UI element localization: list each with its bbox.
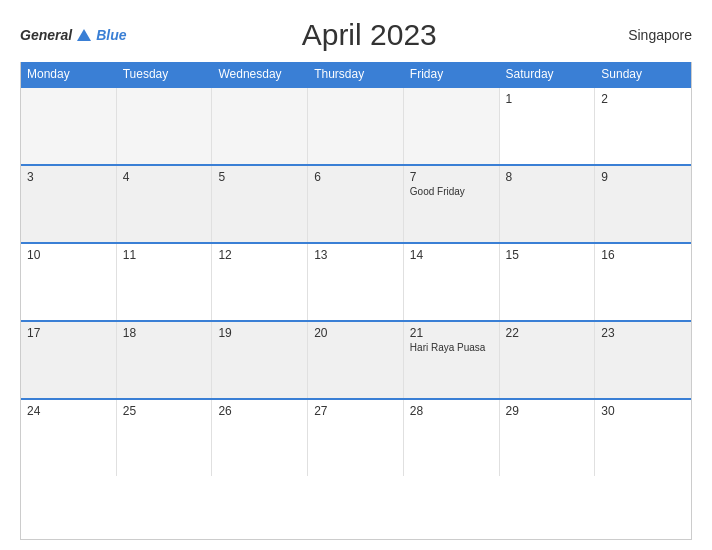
day-number: 8 — [506, 170, 589, 184]
day-number: 6 — [314, 170, 397, 184]
day-cell: 21Hari Raya Puasa — [404, 322, 500, 398]
day-number: 20 — [314, 326, 397, 340]
day-number: 10 — [27, 248, 110, 262]
day-number: 21 — [410, 326, 493, 340]
day-cell: 27 — [308, 400, 404, 476]
holiday-name: Good Friday — [410, 186, 493, 197]
day-number: 7 — [410, 170, 493, 184]
day-cell: 28 — [404, 400, 500, 476]
day-cell: 26 — [212, 400, 308, 476]
days-header: MondayTuesdayWednesdayThursdayFridaySatu… — [21, 62, 691, 86]
day-cell: 10 — [21, 244, 117, 320]
week-row: 10111213141516 — [21, 242, 691, 320]
day-cell: 11 — [117, 244, 213, 320]
day-header-cell: Monday — [21, 62, 117, 86]
day-cell: 17 — [21, 322, 117, 398]
day-cell: 6 — [308, 166, 404, 242]
day-cell: 30 — [595, 400, 691, 476]
week-row: 24252627282930 — [21, 398, 691, 476]
day-cell: 19 — [212, 322, 308, 398]
day-cell: 5 — [212, 166, 308, 242]
day-cell: 22 — [500, 322, 596, 398]
day-cell: 7Good Friday — [404, 166, 500, 242]
day-number: 19 — [218, 326, 301, 340]
day-number: 2 — [601, 92, 685, 106]
day-header-cell: Tuesday — [117, 62, 213, 86]
day-number: 16 — [601, 248, 685, 262]
day-number: 24 — [27, 404, 110, 418]
day-number: 18 — [123, 326, 206, 340]
day-number: 4 — [123, 170, 206, 184]
day-number: 14 — [410, 248, 493, 262]
day-number: 26 — [218, 404, 301, 418]
day-number: 15 — [506, 248, 589, 262]
logo: General Blue — [20, 27, 126, 43]
day-number: 30 — [601, 404, 685, 418]
day-cell: 13 — [308, 244, 404, 320]
region-label: Singapore — [612, 27, 692, 43]
calendar-body: 1234567Good Friday8910111213141516171819… — [21, 86, 691, 476]
day-number: 17 — [27, 326, 110, 340]
day-cell: 29 — [500, 400, 596, 476]
day-cell: 16 — [595, 244, 691, 320]
logo-blue-text: Blue — [96, 27, 126, 43]
day-cell: 18 — [117, 322, 213, 398]
day-cell: 4 — [117, 166, 213, 242]
day-cell: 3 — [21, 166, 117, 242]
day-cell — [308, 88, 404, 164]
week-row: 1718192021Hari Raya Puasa2223 — [21, 320, 691, 398]
day-header-cell: Sunday — [595, 62, 691, 86]
day-cell: 24 — [21, 400, 117, 476]
week-row: 12 — [21, 86, 691, 164]
page-header: General Blue April 2023 Singapore — [20, 18, 692, 52]
calendar: MondayTuesdayWednesdayThursdayFridaySatu… — [20, 62, 692, 540]
day-cell: 20 — [308, 322, 404, 398]
day-cell: 14 — [404, 244, 500, 320]
day-number: 9 — [601, 170, 685, 184]
day-number: 11 — [123, 248, 206, 262]
day-number: 1 — [506, 92, 589, 106]
day-number: 25 — [123, 404, 206, 418]
day-cell: 15 — [500, 244, 596, 320]
page-title: April 2023 — [126, 18, 612, 52]
day-number: 5 — [218, 170, 301, 184]
holiday-name: Hari Raya Puasa — [410, 342, 493, 353]
day-cell: 12 — [212, 244, 308, 320]
day-number: 23 — [601, 326, 685, 340]
day-number: 13 — [314, 248, 397, 262]
day-cell — [117, 88, 213, 164]
day-cell: 8 — [500, 166, 596, 242]
day-number: 28 — [410, 404, 493, 418]
day-cell: 23 — [595, 322, 691, 398]
logo-general-text: General — [20, 27, 72, 43]
week-row: 34567Good Friday89 — [21, 164, 691, 242]
day-cell — [21, 88, 117, 164]
logo-triangle-icon — [77, 29, 91, 41]
day-cell: 9 — [595, 166, 691, 242]
day-number: 29 — [506, 404, 589, 418]
day-header-cell: Thursday — [308, 62, 404, 86]
day-cell: 1 — [500, 88, 596, 164]
day-header-cell: Saturday — [500, 62, 596, 86]
day-header-cell: Friday — [404, 62, 500, 86]
day-header-cell: Wednesday — [212, 62, 308, 86]
day-number: 12 — [218, 248, 301, 262]
day-number: 3 — [27, 170, 110, 184]
day-cell: 25 — [117, 400, 213, 476]
day-cell — [212, 88, 308, 164]
day-cell: 2 — [595, 88, 691, 164]
day-number: 27 — [314, 404, 397, 418]
day-cell — [404, 88, 500, 164]
day-number: 22 — [506, 326, 589, 340]
